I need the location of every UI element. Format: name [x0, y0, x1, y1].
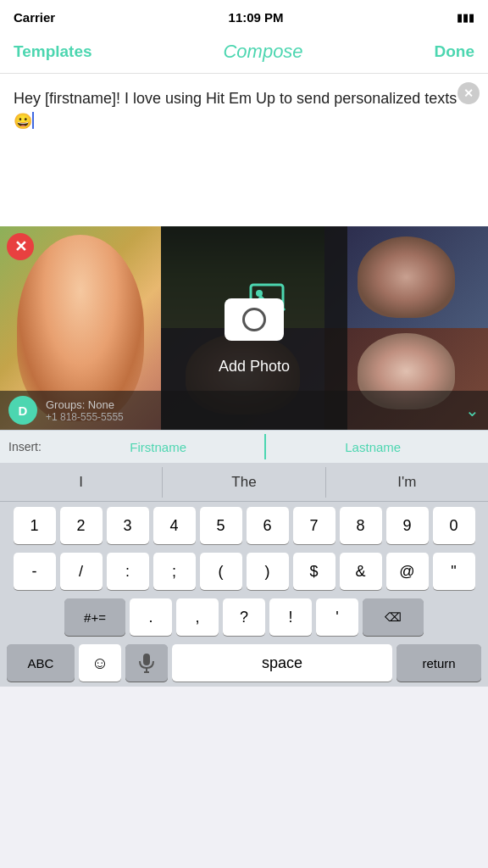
status-bar: Carrier 11:09 PM ▮▮▮ — [0, 0, 488, 34]
key-comma[interactable]: , — [176, 598, 219, 636]
templates-button[interactable]: Templates — [14, 42, 92, 61]
insert-lastname-button[interactable]: Lastname — [266, 440, 480, 454]
svg-rect-2 — [143, 654, 150, 665]
chevron-down-icon[interactable]: ⌄ — [465, 400, 480, 420]
keyboard-row-numbers: 1 2 3 4 5 6 7 8 9 0 — [3, 507, 485, 544]
add-photo-label[interactable]: Add Photo — [219, 358, 290, 376]
contact-group-label: Groups: None — [46, 398, 124, 411]
key-8[interactable]: 8 — [340, 507, 382, 544]
key-open-paren[interactable]: ( — [200, 553, 242, 590]
delete-key[interactable]: ⌫ — [363, 598, 424, 636]
predictive-item-0[interactable]: I — [0, 467, 163, 498]
key-colon[interactable]: : — [107, 553, 149, 590]
key-dollar[interactable]: $ — [293, 553, 336, 590]
key-at[interactable]: @ — [386, 553, 429, 590]
predictive-item-2[interactable]: I'm — [326, 467, 488, 498]
microphone-icon — [138, 653, 155, 673]
mic-key[interactable] — [125, 644, 168, 682]
text-cursor — [32, 112, 34, 129]
key-apostrophe[interactable]: ' — [316, 598, 358, 636]
contact-info: Groups: None +1 818-555-5555 — [46, 398, 124, 423]
abc-key[interactable]: ABC — [7, 644, 75, 682]
key-dash[interactable]: - — [14, 553, 56, 590]
keyboard-row-symbols: - / : ; ( ) $ & @ " — [3, 553, 485, 590]
time-label: 11:09 PM — [229, 10, 284, 25]
key-ampersand[interactable]: & — [340, 553, 382, 590]
key-2[interactable]: 2 — [60, 507, 103, 544]
keyboard: 1 2 3 4 5 6 7 8 9 0 - / : ; ( ) $ & @ " … — [0, 502, 488, 687]
close-button[interactable]: ✕ — [458, 82, 480, 104]
space-key[interactable]: space — [172, 644, 392, 682]
key-hashtag-plus[interactable]: #+= — [64, 598, 125, 636]
key-6[interactable]: 6 — [247, 507, 289, 544]
photo-thumb-2[interactable] — [324, 226, 488, 328]
emoji-key[interactable]: ☺ — [79, 644, 121, 682]
key-question[interactable]: ? — [223, 598, 265, 636]
key-4[interactable]: 4 — [153, 507, 196, 544]
photo-section: ✕ Add Photo — [0, 226, 488, 430]
compose-area[interactable]: Hey [firstname]! I love using Hit Em Up … — [0, 74, 488, 226]
camera-body-icon — [225, 298, 284, 341]
camera-lens-icon — [242, 308, 266, 331]
predictive-bar: I The I'm — [0, 463, 488, 502]
key-semicolon[interactable]: ; — [153, 553, 196, 590]
key-1[interactable]: 1 — [14, 507, 56, 544]
key-9[interactable]: 9 — [386, 507, 429, 544]
keyboard-row-bottom: ABC ☺ space return — [3, 644, 485, 682]
contact-phone-label: +1 818-555-5555 — [46, 411, 124, 423]
key-period[interactable]: . — [130, 598, 172, 636]
add-photo-icon-container — [220, 281, 288, 349]
remove-photo-button[interactable]: ✕ — [7, 233, 34, 260]
insert-label: Insert: — [8, 440, 42, 453]
return-key[interactable]: return — [396, 644, 481, 682]
compose-text: Hey [firstname]! I love using Hit Em Up … — [14, 90, 457, 130]
header-bar: Templates Compose Done — [0, 34, 488, 74]
insert-firstname-button[interactable]: Firstname — [52, 440, 265, 454]
insert-bar: Insert: Firstname Lastname — [0, 430, 488, 463]
carrier-label: Carrier — [14, 10, 55, 25]
key-5[interactable]: 5 — [200, 507, 242, 544]
add-photo-overlay[interactable]: Add Photo — [161, 226, 347, 430]
key-0[interactable]: 0 — [433, 507, 475, 544]
done-button[interactable]: Done — [434, 42, 474, 61]
contact-avatar: D — [8, 396, 37, 425]
key-exclaim[interactable]: ! — [269, 598, 312, 636]
key-3[interactable]: 3 — [107, 507, 149, 544]
compose-title: Compose — [223, 41, 302, 63]
keyboard-row-punct: #+= . , ? ! ' ⌫ — [3, 598, 485, 636]
key-quote[interactable]: " — [433, 553, 475, 590]
battery-indicator: ▮▮▮ — [457, 11, 474, 24]
predictive-item-1[interactable]: The — [163, 467, 325, 498]
key-slash[interactable]: / — [60, 553, 103, 590]
key-close-paren[interactable]: ) — [247, 553, 289, 590]
battery-icon: ▮▮▮ — [457, 11, 474, 24]
key-7[interactable]: 7 — [293, 507, 336, 544]
